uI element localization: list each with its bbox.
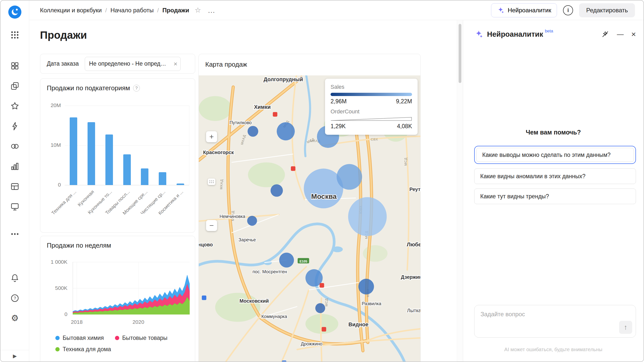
panel-header: Нейроаналитик beta — ×: [474, 28, 636, 41]
bar-chart-card: Продажи по подкатегориям ? 20M 10M 0 Тех…: [40, 78, 195, 233]
favorites-icon[interactable]: [1, 100, 29, 113]
notifications-icon[interactable]: [1, 272, 29, 285]
apps-grid-icon[interactable]: [1, 28, 29, 41]
road-label: МКАД: [219, 179, 224, 189]
suggestion-anomalies[interactable]: Какие видны аномалии в этих данных?: [474, 168, 636, 184]
settings-icon[interactable]: ⚙: [1, 311, 29, 325]
transit-marker-icon: [322, 327, 326, 332]
sparkle-icon: [474, 30, 483, 39]
beta-badge: beta: [545, 29, 553, 34]
sales-legend-label: Sales: [331, 84, 412, 90]
area-chart-plot[interactable]: [73, 262, 190, 314]
transit-marker-icon: [282, 360, 286, 362]
map-card: Карта продаж: [198, 54, 421, 362]
top-bar: Коллекции и воркбуки / Начало работы / П…: [29, 1, 643, 20]
place-label: пос. Мосрентген: [253, 269, 287, 274]
place-label: Дзержинский: [401, 274, 420, 280]
map-bubble[interactable]: [315, 303, 325, 313]
suggestion-trends[interactable]: Какие тут видны тренды?: [474, 189, 636, 204]
legend-label: Техника для дома: [63, 346, 111, 353]
expand-sidebar-button[interactable]: ▶: [1, 350, 29, 361]
ordercount-min: 1,29K: [331, 123, 346, 130]
place-label: Химки: [254, 104, 271, 110]
map-bubble[interactable]: [247, 216, 257, 226]
legend-item[interactable]: Техника для дома: [55, 346, 111, 353]
legend-item[interactable]: Бытовые товары: [115, 335, 168, 341]
bar-5[interactable]: [159, 172, 166, 185]
place-label: Люберцы: [407, 242, 420, 248]
suggestion-conclusions[interactable]: Какие выводы можно сделать по этим данны…: [476, 148, 634, 162]
disable-assistant-icon[interactable]: [601, 30, 609, 38]
collections-icon[interactable]: [1, 79, 29, 93]
bar-4[interactable]: [141, 168, 148, 185]
y-tick: 20M: [40, 102, 61, 108]
assistant-greeting: Чем вам помочь?: [463, 129, 643, 136]
neuroanalyst-button[interactable]: Нейроаналитик: [491, 3, 557, 17]
suggestion-highlight-ring: Какие выводы можно сделать по этим данны…: [474, 146, 636, 164]
topbar-actions: Нейроаналитик i Редактировать: [491, 3, 635, 17]
road-badges: Е105: [298, 258, 309, 263]
legend-label: Бытовые товары: [122, 335, 168, 341]
map-legend: Sales 2,96M 9,22M OrderCount 1,29K 4,08K: [325, 79, 418, 135]
y-tick: 1 000K: [40, 259, 67, 265]
dashboards-icon[interactable]: [1, 59, 29, 72]
sales-max: 9,22M: [396, 98, 412, 105]
sales-gradient-bar: [331, 93, 412, 96]
zoom-slider-handle[interactable]: [208, 178, 215, 185]
minimize-icon[interactable]: —: [617, 31, 624, 38]
date-filter-input[interactable]: Не определено - Не определено ×: [85, 57, 181, 71]
more-actions-icon[interactable]: …: [208, 6, 216, 15]
scrollbar-thumb[interactable]: [459, 24, 461, 83]
info-icon[interactable]: i: [563, 5, 573, 15]
bar-6[interactable]: [177, 184, 184, 185]
datasets-icon[interactable]: [1, 140, 29, 153]
map-bubble[interactable]: [348, 197, 387, 236]
filter-label: Дата заказа: [47, 60, 79, 67]
gridline: [189, 106, 189, 185]
breadcrumb-getting-started[interactable]: Начало работы: [110, 7, 154, 14]
place-label: Реутов: [409, 186, 420, 192]
y-tick: 0: [40, 311, 67, 317]
transit-marker-icon: [202, 295, 206, 300]
bar-3[interactable]: [123, 154, 131, 185]
help-icon[interactable]: ?: [1, 292, 29, 305]
breadcrumb-collections[interactable]: Коллекции и воркбуки: [40, 7, 102, 14]
charts-icon[interactable]: [1, 160, 29, 173]
connections-icon[interactable]: [1, 120, 29, 133]
close-icon[interactable]: ×: [631, 30, 636, 38]
more-icon[interactable]: [1, 228, 29, 241]
map-bubble[interactable]: [337, 164, 362, 190]
edit-button[interactable]: Редактировать: [579, 3, 635, 17]
bar-2[interactable]: [105, 134, 113, 185]
datalens-logo[interactable]: [1, 6, 29, 19]
favorite-star-icon[interactable]: ☆: [195, 6, 201, 14]
place-label: Заречье: [238, 237, 256, 242]
map-bubble[interactable]: [279, 253, 294, 267]
map-bubble[interactable]: [248, 126, 258, 137]
y-tick: 10M: [40, 142, 61, 148]
zoom-out-button[interactable]: −: [206, 220, 217, 231]
road-label: МСД: [325, 298, 328, 306]
sales-map[interactable]: Е105 МКАДМКАДМКАДМКАДМСДМСДМСДМСДМСДСВХЮ…: [199, 75, 420, 362]
transit-marker-icon: [273, 112, 277, 117]
vertical-scrollbar[interactable]: [457, 20, 463, 361]
place-label: Немчиновка: [220, 214, 246, 219]
tables-icon[interactable]: [1, 180, 29, 193]
bar-chart-plot: 20M 10M 0 Техника для ...КухоннаяКухонны…: [40, 79, 195, 232]
bar-1[interactable]: [88, 122, 95, 185]
question-input[interactable]: [474, 305, 636, 337]
filter-value: Не определено - Не определено: [89, 60, 168, 67]
zoom-in-button[interactable]: +: [206, 131, 217, 142]
map-bubble[interactable]: [358, 279, 374, 295]
map-bubble[interactable]: [271, 184, 283, 197]
legend-item[interactable]: Бытовая химия: [55, 335, 104, 341]
editor-icon[interactable]: [1, 200, 29, 213]
bar-0[interactable]: [70, 117, 77, 185]
clear-filter-icon[interactable]: ×: [174, 60, 177, 68]
place-label: Лыткарино: [407, 308, 420, 313]
send-button[interactable]: ↑: [619, 321, 632, 334]
place-label: Красногорск: [203, 150, 234, 155]
place-label: Путилково: [229, 120, 252, 125]
map-bubble[interactable]: [277, 122, 295, 140]
send-arrow-icon: ↑: [624, 323, 627, 331]
